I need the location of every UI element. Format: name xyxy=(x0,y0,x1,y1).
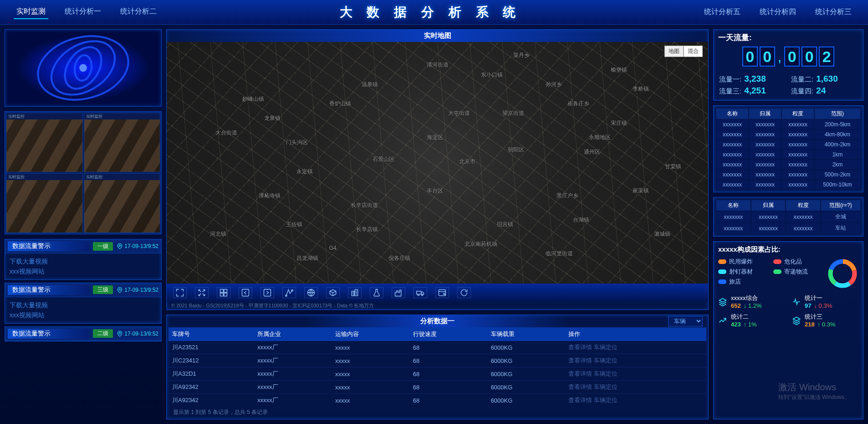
svg-point-20 xyxy=(418,294,419,295)
odometer-digit: 0 xyxy=(784,47,800,67)
odometer-comma: , xyxy=(777,49,782,67)
row-actions[interactable]: 查看详情 车辆定位 xyxy=(565,394,706,406)
alert-time: 17-09-13/9:52 xyxy=(117,243,158,249)
camera-feed[interactable]: 实时监控 xyxy=(6,173,83,233)
map-route-icon[interactable] xyxy=(282,287,296,298)
svg-point-7 xyxy=(119,332,121,334)
analysis-title: 分析数据一 xyxy=(305,315,570,327)
svg-rect-22 xyxy=(439,290,446,295)
daily-flow-panel: 一天流量: 00,002 流量一:3,238流量二:1,630流量三:4,251… xyxy=(713,29,863,101)
legend-swatch xyxy=(773,269,781,274)
table-header: 车牌号 xyxy=(168,327,254,341)
row-actions[interactable]: 查看详情 车辆定位 xyxy=(565,381,706,394)
refresh-icon[interactable] xyxy=(457,287,471,298)
mini-th: 范围) xyxy=(815,109,860,119)
map-place-label: 长辛店镇 xyxy=(356,226,378,233)
table-header: 运输内容 xyxy=(332,327,409,341)
svg-rect-10 xyxy=(220,293,224,296)
nav-item-monitor[interactable]: 实时监测 xyxy=(14,5,48,19)
table-row[interactable]: 川A23521xxxxx厂xxxxx686000KG查看详情 车辆定位 xyxy=(168,341,706,354)
mini-row: xxxxxxxxxxxxxxxxxxxxx400m-2km xyxy=(716,140,860,149)
nav-item-stats2[interactable]: 统计分析二 xyxy=(117,5,159,19)
nav-item-stats5[interactable]: 统计分析五 xyxy=(701,5,743,19)
alert-level: 二级 xyxy=(93,329,113,338)
map-place-label: 龙泉镇 xyxy=(264,114,281,122)
map-place-label: 丰台区 xyxy=(427,187,443,195)
legend-item: 射钉器材 xyxy=(718,268,767,276)
alert-body: 下载大量视频xxx视频网站 xyxy=(5,297,161,323)
legend-item: 寄递物流 xyxy=(773,268,822,276)
alert-badge: 数据流量警示 xyxy=(8,329,89,339)
alert-item[interactable]: 数据流量警示 三级 17-09-13/9:52 下载大量视频xxx视频网站 xyxy=(5,283,162,324)
mini-th: 归属 xyxy=(751,200,786,211)
rewind-icon[interactable] xyxy=(239,287,252,298)
buildings-icon[interactable] xyxy=(348,287,362,298)
flask-icon[interactable] xyxy=(370,287,383,298)
row-actions[interactable]: 查看详情 车辆定位 xyxy=(565,354,706,367)
camera-feed[interactable]: 实时监控 xyxy=(84,113,161,172)
odometer-digit: 0 xyxy=(802,47,817,67)
table-row[interactable]: 川A32D1xxxxx厂xxxxx686000KG查看详情 车辆定位 xyxy=(168,367,706,381)
legend-swatch xyxy=(718,259,726,264)
nav-item-stats4[interactable]: 统计分析四 xyxy=(757,5,799,19)
map-place-label: 榆垡镇 xyxy=(611,66,627,74)
map-toolbar xyxy=(167,284,708,302)
globe-icon[interactable] xyxy=(304,287,318,298)
analysis-panel: 分析数据一 车辆 车牌号所属企业运输内容行驶速度车辆载重操作 川A23521xx… xyxy=(166,315,709,419)
mask-area-icon[interactable] xyxy=(326,287,340,298)
map-place-label: 倪各庄镇 xyxy=(388,254,410,262)
flow-stat: 流量一:3,238 xyxy=(719,74,786,84)
map-place-label: 甘棠镇 xyxy=(665,163,681,171)
alert-item[interactable]: 数据流量警示 二级 17-09-13/9:52 xyxy=(5,326,162,341)
stat-card: 统计二 423 ↑ 1% xyxy=(718,313,785,328)
map-place-label: 黑庄户乡 xyxy=(557,192,578,200)
fullscreen-corners-icon[interactable] xyxy=(173,287,187,298)
map-canvas[interactable]: 王佐镇海淀区朝阳区北京市丰台区大台街道门头沟区通州区东小口镇温泉镇永定镇石景山区… xyxy=(167,42,708,284)
alert-time: 17-09-13/9:52 xyxy=(117,331,158,337)
camera-feed[interactable]: 实时监控 xyxy=(6,113,83,172)
mini-th: 范围(r=?) xyxy=(821,200,860,211)
svg-rect-11 xyxy=(224,293,227,296)
alert-list: 数据流量警示 一级 17-09-13/9:52 下载大量视频xxx视频网站 数据… xyxy=(5,239,162,419)
map-place-label: 朝阳区 xyxy=(508,146,524,154)
map-place-label: 海淀区 xyxy=(427,134,443,141)
app-title: 大 数 据 分 析 系 统 xyxy=(159,4,701,21)
table-row[interactable]: 川C23412xxxxx厂xxxxx686000KG查看详情 车辆定位 xyxy=(168,354,706,367)
map-place-label: 北京南苑机场 xyxy=(465,240,497,248)
cityscape-icon[interactable] xyxy=(392,287,405,298)
map-place-label: 宋庄镇 xyxy=(611,119,627,127)
map-place-label: 清河街道 xyxy=(427,61,449,69)
legend-swatch xyxy=(773,259,781,264)
legend-item: 旅店 xyxy=(718,278,767,286)
range-table-2: 名称归属程度范围(r=?)xxxxxxxxxxxxxxxxxxxxx全城xxxx… xyxy=(713,197,863,237)
stat-card: 统计三 218 ↑ 0.3% xyxy=(792,313,858,328)
row-actions[interactable]: 查看详情 车辆定位 xyxy=(565,367,706,381)
camera-feed[interactable]: 实时监控 xyxy=(84,173,161,233)
map-mode-hybrid-button[interactable]: 混合 xyxy=(684,46,703,57)
truck-icon[interactable] xyxy=(414,287,427,298)
expand-icon[interactable] xyxy=(195,287,209,298)
table-header: 所属企业 xyxy=(254,327,332,341)
svg-rect-19 xyxy=(417,291,421,295)
alert-body: 下载大量视频xxx视频网站 xyxy=(5,253,161,279)
nav-right: 统计分析五 统计分析四 统计分析三 xyxy=(701,5,854,19)
alert-level: 三级 xyxy=(93,285,113,294)
analysis-type-select[interactable]: 车辆 xyxy=(668,316,703,326)
mini-th: 名称 xyxy=(716,200,751,211)
table-row[interactable]: 川A92342xxxxx厂xxxxx686000KG查看详情 车辆定位 xyxy=(168,381,706,394)
table-row[interactable]: 川A92342xxxxx厂xxxxx686000KG查看详情 车辆定位 xyxy=(168,394,706,406)
forward-icon[interactable] xyxy=(260,287,274,298)
mini-row: xxxxxxxxxxxxxxxxxxxxx全城 xyxy=(716,212,860,222)
analysis-table-footer: 显示第 1 到第 5 条记录，总共 5 条记录 xyxy=(167,406,708,419)
layers-icon xyxy=(718,297,727,306)
flow-stats: 流量一:3,238流量二:1,630流量三:4,251流量四:24 xyxy=(714,71,863,100)
nav-item-stats1[interactable]: 统计分析一 xyxy=(62,5,104,19)
row-actions[interactable]: 查看详情 车辆定位 xyxy=(565,341,706,354)
nav-item-stats3[interactable]: 统计分析三 xyxy=(812,5,854,19)
map-mode-map-button[interactable]: 地图 xyxy=(664,46,684,57)
browser-icon[interactable] xyxy=(435,287,449,298)
grid-2x2-icon[interactable] xyxy=(217,287,230,298)
flow-stat: 流量二:1,630 xyxy=(791,74,858,84)
header-bar: 实时监测 统计分析一 统计分析二 大 数 据 分 析 系 统 统计分析五 统计分… xyxy=(0,0,868,25)
alert-item[interactable]: 数据流量警示 一级 17-09-13/9:52 下载大量视频xxx视频网站 xyxy=(5,239,162,280)
